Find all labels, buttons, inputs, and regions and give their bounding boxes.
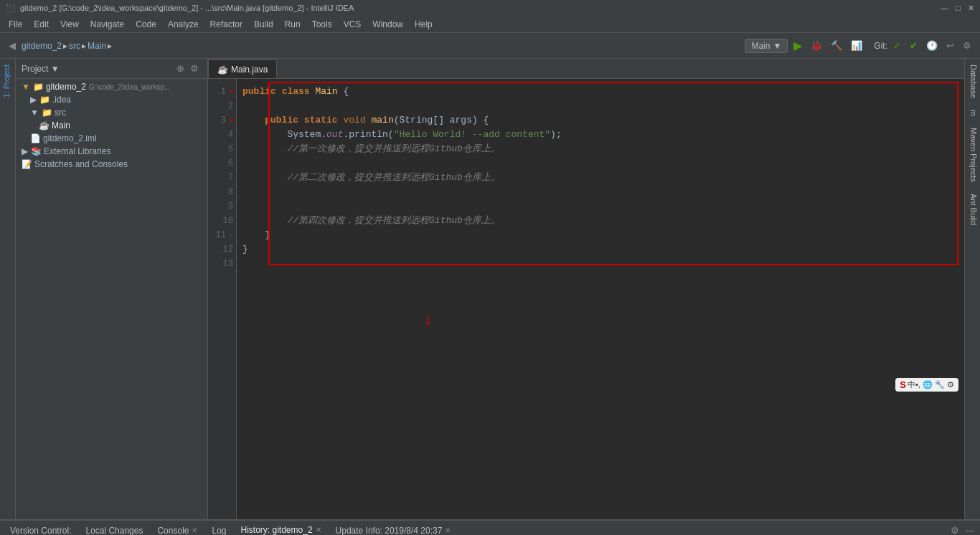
tree-item-scratches[interactable]: 📝 Scratches and Consoles (16, 158, 207, 171)
tab-update-info-label: Update Info: 2019/8/4 20:37 (336, 526, 443, 536)
project-tree: Project ▼ ⊕ ⚙ ▼ 📁 gitdemo_2 G:\code_2\id… (16, 59, 208, 519)
watermark-logo: S 中•, 🌐 🔧 ⚙ (895, 378, 958, 392)
tab-update-info-close[interactable]: ✕ (445, 526, 451, 534)
run-config-chevron: ▼ (773, 41, 781, 51)
tab-main-java[interactable]: ☕ Main.java (208, 60, 277, 78)
editor-tabs: ☕ Main.java (208, 59, 964, 79)
tab-version-control-label: Version Control: (10, 526, 71, 536)
tab-history-gitdemo2[interactable]: History: gitdemo_2 ✕ (234, 521, 329, 536)
code-line-13 (242, 257, 958, 271)
menu-window[interactable]: Window (367, 18, 409, 31)
code-line-11: } (242, 228, 958, 242)
coverage-button[interactable]: 📊 (848, 39, 865, 52)
run-button[interactable]: ▶ (791, 37, 805, 54)
breadcrumb-main[interactable]: Main (88, 41, 106, 51)
tab-update-info[interactable]: Update Info: 2019/8/4 20:37 ✕ (329, 521, 458, 536)
debug-button[interactable]: 🐞 (808, 39, 825, 52)
git-tick-button[interactable]: ✔ (907, 39, 920, 52)
tab-log[interactable]: Log (204, 521, 233, 536)
maximize-button[interactable]: □ (956, 4, 961, 13)
main-layout: 1: Project Project ▼ ⊕ ⚙ ▼ 📁 gitdemo_2 G… (0, 59, 980, 519)
code-line-7: //第二次修改，提交并推送到远程Github仓库上。 (242, 171, 958, 185)
menu-refactor[interactable]: Refactor (204, 18, 248, 31)
bottom-close-button[interactable]: — (962, 524, 977, 535)
tree-scratches-label: Scratches and Consoles (34, 159, 128, 169)
tree-gear-button[interactable]: ⚙ (187, 62, 202, 75)
tab-console-close[interactable]: ✕ (192, 526, 197, 534)
tab-local-changes[interactable]: Local Changes (78, 521, 150, 536)
code-line-12: } (242, 242, 958, 257)
tree-src-label: src (55, 108, 66, 118)
menu-edit[interactable]: Edit (28, 18, 55, 31)
menu-analyze[interactable]: Analyze (162, 18, 204, 31)
sidebar-item-ant[interactable]: Ant Build (965, 188, 980, 231)
breadcrumb: gitdemo_2 ▸ src ▸ Main ▸ (22, 41, 112, 51)
menu-tools[interactable]: Tools (306, 18, 338, 31)
tab-version-control[interactable]: Version Control: (3, 521, 78, 536)
menu-vcs[interactable]: VCS (338, 18, 367, 31)
menu-view[interactable]: View (55, 18, 85, 31)
tab-java-icon: ☕ (217, 65, 228, 75)
src-folder-icon: 📁 (42, 108, 52, 118)
bottom-settings-button[interactable]: ⚙ (948, 524, 962, 535)
menu-help[interactable]: Help (409, 18, 438, 31)
code-line-3: public static void main(String[] args) { (242, 113, 958, 128)
code-line-1: public class Main { (242, 85, 958, 99)
minimize-button[interactable]: — (941, 4, 948, 13)
code-line-6 (242, 156, 958, 171)
code-content[interactable]: public class Main { public static void m… (237, 79, 964, 519)
project-icon: 📁 (33, 82, 44, 92)
tab-console-label: Console (157, 526, 189, 536)
menu-code[interactable]: Code (130, 18, 162, 31)
code-line-8 (242, 185, 958, 199)
iml-file-icon: 📄 (30, 133, 41, 143)
window-title: gitdemo_2 [G:\code_2\idea_workspace\gitd… (20, 4, 354, 12)
tree-item-external-libs[interactable]: ▶ 📚 External Libraries (16, 145, 207, 158)
sidebar-item-maven[interactable]: Maven Projects (965, 122, 980, 188)
menu-file[interactable]: File (3, 18, 28, 31)
tree-iml-label: gitdemo_2.iml (43, 133, 97, 143)
tab-history-close[interactable]: ✕ (316, 526, 321, 534)
code-editor[interactable]: 1▶ 2 3▶ 4 5 6 7 8 9 10 11▷ 12 13 public … (208, 79, 964, 519)
tree-settings-button[interactable]: ⊕ (174, 62, 187, 75)
tab-console[interactable]: Console ✕ (150, 521, 204, 536)
tree-item-main[interactable]: ☕ Main (16, 119, 207, 132)
build-button[interactable]: 🔨 (828, 39, 845, 52)
tree-item-root[interactable]: ▼ 📁 gitdemo_2 G:\code_2\idea_worksp... (16, 80, 207, 93)
git-history-button[interactable]: 🕐 (923, 39, 941, 52)
breadcrumb-src[interactable]: src (69, 41, 80, 51)
close-button[interactable]: ✕ (968, 4, 974, 13)
run-config-dropdown[interactable]: Main ▼ (745, 39, 788, 53)
right-side-tabs: Database m Maven Projects Ant Build (964, 59, 980, 519)
menu-run[interactable]: Run (279, 18, 306, 31)
tree-item-iml[interactable]: 📄 gitdemo_2.iml (16, 132, 207, 145)
breadcrumb-project[interactable]: gitdemo_2 (22, 41, 62, 51)
sidebar-item-project[interactable]: 1: Project (0, 59, 15, 103)
git-settings-button[interactable]: ⚙ (960, 39, 974, 52)
menu-build[interactable]: Build (248, 18, 279, 31)
logo-s: S (900, 379, 906, 390)
git-check-button[interactable]: ✓ (890, 39, 904, 52)
code-line-4: System.out.println("Hello World! --add c… (242, 128, 958, 142)
project-tree-content: ▼ 📁 gitdemo_2 G:\code_2\idea_worksp... ▶… (16, 79, 207, 519)
code-line-9 (242, 199, 958, 214)
project-tree-header: Project ▼ ⊕ ⚙ (16, 59, 207, 79)
sidebar-item-database[interactable]: Database (965, 59, 980, 104)
java-file-icon: ☕ (39, 120, 50, 131)
tree-item-src[interactable]: ▼ 📁 src (16, 106, 207, 119)
folder-expand-icon: ▶ (30, 95, 37, 105)
scratch-icon: 📝 (22, 159, 32, 169)
menu-navigate[interactable]: Navigate (85, 18, 130, 31)
code-line-2 (242, 99, 958, 113)
code-line-10: //第四次修改，提交并推送到远程Github仓库上。 (242, 214, 958, 228)
code-line-5: //第一次修改，提交并推送到远程Github仓库上。 (242, 142, 958, 156)
tab-main-java-label: Main.java (231, 65, 268, 75)
project-label: Project ▼ (22, 64, 174, 74)
git-rollback-button[interactable]: ↩ (943, 39, 957, 52)
editor-area: ☕ Main.java 1▶ 2 3▶ 4 5 6 7 8 9 10 11▷ 1… (208, 59, 964, 519)
folder-icon: ▼ (22, 82, 30, 92)
sidebar-item-m[interactable]: m (965, 104, 980, 122)
tree-item-idea[interactable]: ▶ 📁 .idea (16, 93, 207, 106)
bottom-panel: Version Control: Local Changes Console ✕… (0, 519, 980, 535)
back-button[interactable]: ◀ (6, 39, 19, 52)
